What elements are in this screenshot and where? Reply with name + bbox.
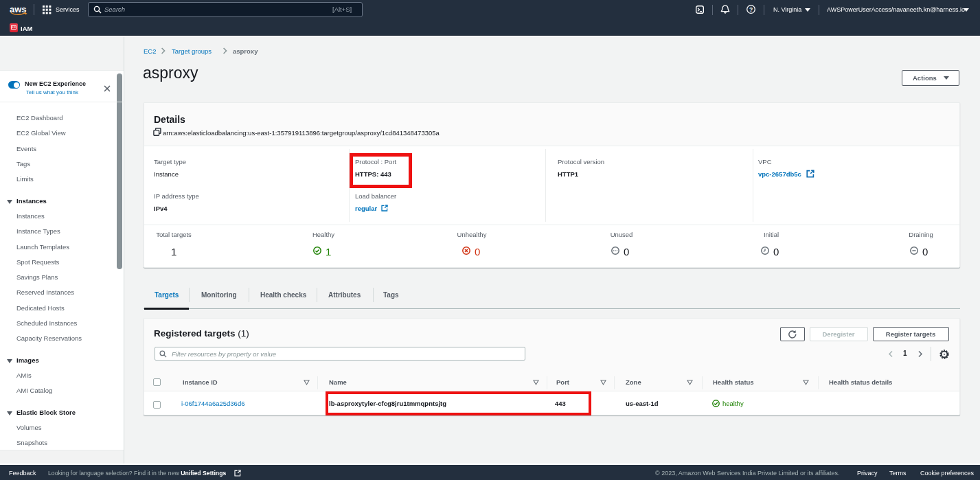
svg-text:?: ? — [749, 6, 753, 13]
